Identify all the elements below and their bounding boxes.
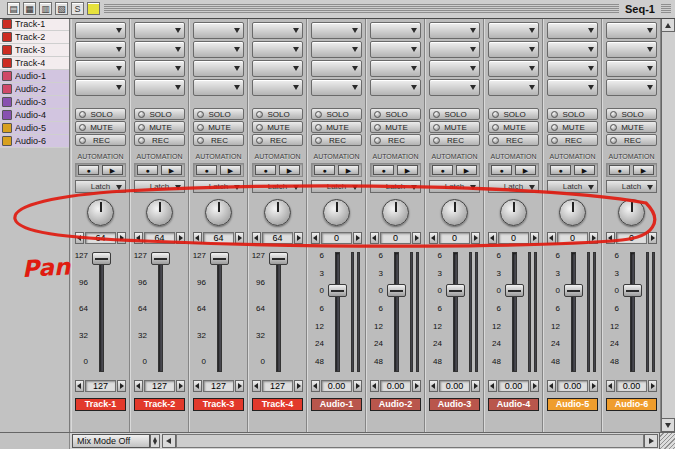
solo-button[interactable]: SOLO <box>134 108 185 120</box>
automation-mode-popup[interactable]: Latch <box>606 180 657 193</box>
fader-handle[interactable] <box>92 252 111 265</box>
fader-handle[interactable] <box>623 284 642 297</box>
pan-increment-button[interactable] <box>353 232 362 244</box>
routing-popup[interactable] <box>311 60 362 77</box>
pan-increment-button[interactable] <box>176 232 185 244</box>
routing-popup[interactable] <box>134 79 185 96</box>
automation-write-button[interactable]: ● <box>550 165 571 175</box>
rec-button[interactable]: REC <box>429 134 480 146</box>
sidebar-item-audio-5[interactable]: Audio-5 <box>0 122 69 135</box>
pan-knob[interactable] <box>323 199 350 226</box>
level-decrement-button[interactable] <box>547 380 556 392</box>
sidebar-item-audio-3[interactable]: Audio-3 <box>0 96 69 109</box>
routing-popup[interactable] <box>252 79 303 96</box>
level-increment-button[interactable] <box>648 380 657 392</box>
routing-popup[interactable] <box>193 22 244 39</box>
solo-button[interactable]: SOLO <box>370 108 421 120</box>
sidebar-item-track-2[interactable]: Track-2 <box>0 31 69 44</box>
scroll-down-button[interactable] <box>661 418 675 432</box>
automation-write-button[interactable]: ● <box>137 165 158 175</box>
automation-write-button[interactable]: ● <box>373 165 394 175</box>
routing-popup[interactable] <box>370 22 421 39</box>
level-decrement-button[interactable] <box>75 380 84 392</box>
automation-mode-popup[interactable]: Latch <box>75 180 126 193</box>
printer-icon[interactable]: ▥ <box>39 2 52 15</box>
routing-popup[interactable] <box>252 41 303 58</box>
automation-mode-popup[interactable]: Latch <box>547 180 598 193</box>
routing-popup[interactable] <box>75 79 126 96</box>
routing-popup[interactable] <box>193 79 244 96</box>
routing-popup[interactable] <box>134 22 185 39</box>
pan-knob[interactable] <box>264 199 291 226</box>
mute-button[interactable]: MUTE <box>311 121 362 133</box>
level-decrement-button[interactable] <box>311 380 320 392</box>
pan-knob[interactable] <box>382 199 409 226</box>
sidebar-item-track-3[interactable]: Track-3 <box>0 44 69 57</box>
automation-mode-popup[interactable]: Latch <box>193 180 244 193</box>
pan-knob[interactable] <box>87 199 114 226</box>
routing-popup[interactable] <box>606 79 657 96</box>
pan-decrement-button[interactable] <box>547 232 556 244</box>
routing-popup[interactable] <box>370 79 421 96</box>
automation-play-button[interactable]: ▶ <box>633 165 654 175</box>
routing-popup[interactable] <box>252 60 303 77</box>
automation-play-button[interactable]: ▶ <box>161 165 182 175</box>
automation-write-button[interactable]: ● <box>314 165 335 175</box>
automation-write-button[interactable]: ● <box>78 165 99 175</box>
window-icon[interactable]: ▦ <box>23 2 36 15</box>
pan-decrement-button[interactable] <box>252 232 261 244</box>
level-increment-button[interactable] <box>117 380 126 392</box>
automation-write-button[interactable]: ● <box>255 165 276 175</box>
routing-popup[interactable] <box>429 79 480 96</box>
pan-decrement-button[interactable] <box>488 232 497 244</box>
pan-knob[interactable] <box>500 199 527 226</box>
routing-popup[interactable] <box>488 41 539 58</box>
fader-handle[interactable] <box>564 284 583 297</box>
automation-play-button[interactable]: ▶ <box>574 165 595 175</box>
level-increment-button[interactable] <box>412 380 421 392</box>
routing-popup[interactable] <box>370 60 421 77</box>
routing-popup[interactable] <box>606 22 657 39</box>
level-decrement-button[interactable] <box>429 380 438 392</box>
level-decrement-button[interactable] <box>252 380 261 392</box>
mute-button[interactable]: MUTE <box>134 121 185 133</box>
document-icon[interactable]: ▤ <box>7 2 20 15</box>
automation-play-button[interactable]: ▶ <box>338 165 359 175</box>
fader-handle[interactable] <box>269 252 288 265</box>
horizontal-scrollbar-track[interactable] <box>176 434 644 448</box>
pan-decrement-button[interactable] <box>606 232 615 244</box>
pan-decrement-button[interactable] <box>311 232 320 244</box>
solo-button[interactable]: SOLO <box>429 108 480 120</box>
pan-decrement-button[interactable] <box>193 232 202 244</box>
solo-button[interactable]: SOLO <box>547 108 598 120</box>
scroll-right-button[interactable] <box>644 434 658 448</box>
pan-knob[interactable] <box>618 199 645 226</box>
rec-button[interactable]: REC <box>606 134 657 146</box>
rec-button[interactable]: REC <box>75 134 126 146</box>
scroll-left-button[interactable] <box>162 434 176 448</box>
solo-button[interactable]: SOLO <box>488 108 539 120</box>
routing-popup[interactable] <box>311 79 362 96</box>
automation-write-button[interactable]: ● <box>196 165 217 175</box>
mute-button[interactable]: MUTE <box>193 121 244 133</box>
fader-handle[interactable] <box>210 252 229 265</box>
sidebar-item-audio-2[interactable]: Audio-2 <box>0 83 69 96</box>
level-decrement-button[interactable] <box>488 380 497 392</box>
solo-button[interactable]: SOLO <box>311 108 362 120</box>
automation-mode-popup[interactable]: Latch <box>370 180 421 193</box>
pan-increment-button[interactable] <box>530 232 539 244</box>
mix-mode-stepper[interactable] <box>150 434 160 448</box>
pan-decrement-button[interactable] <box>75 232 84 244</box>
keyboard-icon[interactable]: ▧ <box>55 2 68 15</box>
mute-button[interactable]: MUTE <box>547 121 598 133</box>
sidebar-item-audio-1[interactable]: Audio-1 <box>0 70 69 83</box>
rec-button[interactable]: REC <box>193 134 244 146</box>
mute-button[interactable]: MUTE <box>429 121 480 133</box>
sidebar-item-track-1[interactable]: Track-1 <box>0 18 69 31</box>
routing-popup[interactable] <box>547 41 598 58</box>
automation-write-button[interactable]: ● <box>432 165 453 175</box>
solo-button[interactable]: SOLO <box>75 108 126 120</box>
resize-grip[interactable] <box>659 433 675 449</box>
mute-button[interactable]: MUTE <box>252 121 303 133</box>
routing-popup[interactable] <box>606 60 657 77</box>
